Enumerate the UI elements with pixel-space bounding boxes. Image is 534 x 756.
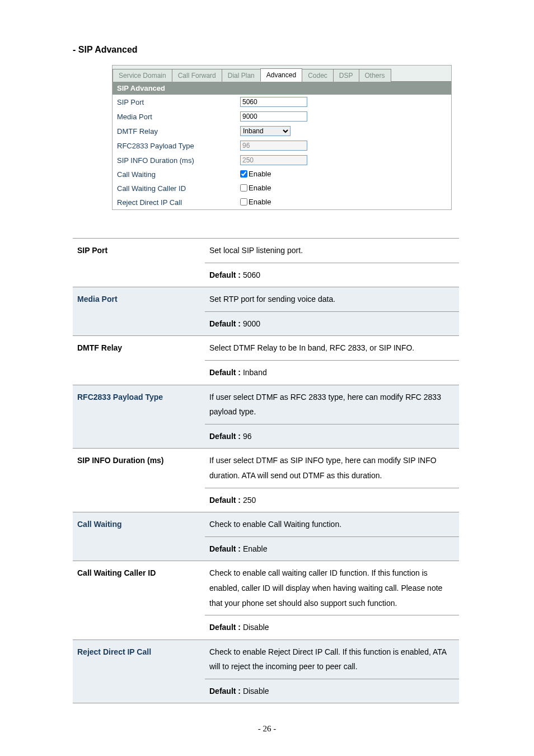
param-name: RFC2833 Payload Type	[73, 385, 205, 449]
param-text: Check to enable call waiting caller ID f…	[205, 561, 459, 615]
checkbox-cw-caller-id[interactable]	[240, 184, 247, 192]
input-sip-info-dur	[240, 155, 307, 165]
checkbox-label-call-waiting: Enable	[249, 170, 271, 178]
panel-body: SIP Port Media Port DMTF Relay Inband RF…	[113, 95, 451, 209]
tab-bar: Service Domain Call Forward Dial Plan Ad…	[113, 66, 451, 82]
param-default: Default : Disable	[205, 615, 459, 640]
tab-dsp[interactable]: DSP	[333, 69, 359, 82]
param-name: Call Waiting Caller ID	[73, 561, 205, 640]
checkbox-wrap-cw-caller-id[interactable]: Enable	[240, 184, 271, 192]
sip-advanced-panel: Service Domain Call Forward Dial Plan Ad…	[112, 65, 452, 210]
tab-call-forward[interactable]: Call Forward	[172, 69, 222, 82]
panel-header: SIP Advanced	[113, 82, 451, 95]
param-default: Default : 96	[205, 424, 459, 449]
param-name: Media Port	[73, 287, 205, 336]
input-sip-port[interactable]	[240, 97, 307, 107]
select-dmtf-relay[interactable]: Inband	[240, 126, 291, 136]
param-name: SIP Port	[73, 239, 205, 287]
param-name: SIP INFO Duration (ms)	[73, 449, 205, 512]
param-name: Reject Direct IP Call	[73, 640, 205, 703]
param-default: Default : 5060	[205, 263, 459, 287]
checkbox-wrap-reject-direct-ip[interactable]: Enable	[240, 198, 271, 206]
param-text: If user select DTMF as SIP INFO type, he…	[205, 449, 459, 488]
table-row: DMTF Relay Select DTMF Relay to be In ba…	[73, 336, 459, 361]
param-name: DMTF Relay	[73, 336, 205, 385]
param-text: Select DTMF Relay to be In band, RFC 283…	[205, 336, 459, 361]
input-rfc2833	[240, 141, 307, 151]
table-row: Reject Direct IP Call Check to enable Re…	[73, 640, 459, 679]
label-sip-info-dur: SIP INFO Duration (ms)	[117, 156, 240, 165]
label-cw-caller-id: Call Waiting Caller ID	[117, 184, 240, 193]
table-row: SIP INFO Duration (ms) If user select DT…	[73, 449, 459, 488]
checkbox-reject-direct-ip[interactable]	[240, 198, 247, 206]
param-text: Check to enable Reject Direct IP Call. I…	[205, 640, 459, 679]
label-dmtf-relay: DMTF Relay	[117, 127, 240, 136]
tab-dial-plan[interactable]: Dial Plan	[222, 69, 261, 82]
param-default: Default : Enable	[205, 536, 459, 561]
param-default: Default : 250	[205, 488, 459, 512]
table-row: Call Waiting Caller ID Check to enable c…	[73, 561, 459, 615]
label-media-port: Media Port	[117, 113, 240, 121]
param-text: Set local SIP listening port.	[205, 239, 459, 263]
checkbox-label-cw-caller-id: Enable	[249, 184, 271, 192]
table-row: SIP Port Set local SIP listening port.	[73, 239, 459, 263]
page-number: - 26 -	[0, 724, 534, 734]
param-text: Set RTP port for sending voice data.	[205, 287, 459, 312]
tab-codec[interactable]: Codec	[302, 69, 334, 82]
param-default: Default : Disable	[205, 679, 459, 703]
param-default: Default : Inband	[205, 360, 459, 385]
table-row: Media Port Set RTP port for sending voic…	[73, 287, 459, 312]
checkbox-wrap-call-waiting[interactable]: Enable	[240, 170, 271, 178]
label-sip-port: SIP Port	[117, 98, 240, 106]
param-default: Default : 9000	[205, 311, 459, 336]
tab-others[interactable]: Others	[359, 69, 391, 82]
table-row: Call Waiting Check to enable Call Waitin…	[73, 512, 459, 537]
label-call-waiting: Call Waiting	[117, 170, 240, 179]
tab-advanced[interactable]: Advanced	[260, 68, 302, 82]
param-name: Call Waiting	[73, 512, 205, 561]
tab-service-domain[interactable]: Service Domain	[113, 69, 172, 82]
label-reject-direct-ip: Reject Direct IP Call	[117, 198, 240, 207]
param-text: If user select DTMF as RFC 2833 type, he…	[205, 385, 459, 424]
table-row: RFC2833 Payload Type If user select DTMF…	[73, 385, 459, 424]
param-text: Check to enable Call Waiting function.	[205, 512, 459, 537]
section-title: - SIP Advanced	[73, 45, 461, 55]
input-media-port[interactable]	[240, 111, 307, 122]
checkbox-label-reject-direct-ip: Enable	[249, 198, 271, 206]
checkbox-call-waiting[interactable]	[240, 170, 247, 178]
label-rfc2833: RFC2833 Payload Type	[117, 142, 240, 150]
description-table: SIP Port Set local SIP listening port. D…	[73, 238, 459, 703]
